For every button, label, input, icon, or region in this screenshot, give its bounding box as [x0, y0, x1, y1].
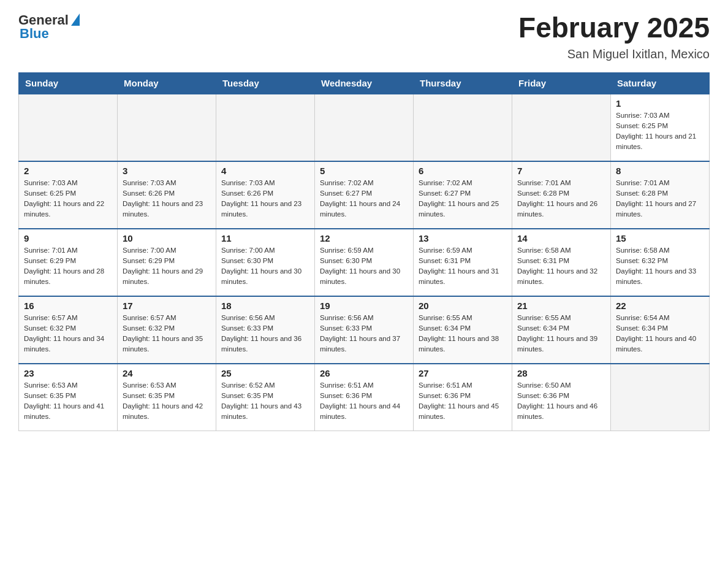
day-info: Sunrise: 7:01 AM Sunset: 6:29 PM Dayligh…: [24, 245, 112, 288]
day-info: Sunrise: 6:50 AM Sunset: 6:36 PM Dayligh…: [517, 380, 605, 423]
day-number: 14: [517, 233, 605, 243]
calendar-cell: 17Sunrise: 6:57 AM Sunset: 6:32 PM Dayli…: [118, 296, 216, 364]
day-number: 27: [419, 368, 507, 378]
day-info: Sunrise: 6:52 AM Sunset: 6:35 PM Dayligh…: [221, 380, 309, 423]
day-number: 20: [419, 301, 507, 311]
day-number: 8: [616, 166, 704, 176]
calendar-cell: [414, 94, 512, 161]
calendar-cell: [216, 94, 315, 161]
day-number: 9: [24, 233, 112, 243]
calendar-cell: 13Sunrise: 6:59 AM Sunset: 6:31 PM Dayli…: [414, 229, 512, 296]
day-number: 21: [517, 301, 605, 311]
day-number: 24: [123, 368, 211, 378]
calendar-cell: [315, 94, 414, 161]
calendar-cell: [118, 94, 216, 161]
day-number: 6: [419, 166, 507, 176]
calendar-cell: 11Sunrise: 7:00 AM Sunset: 6:30 PM Dayli…: [216, 229, 315, 296]
calendar-cell: [512, 94, 611, 161]
day-info: Sunrise: 7:03 AM Sunset: 6:26 PM Dayligh…: [123, 178, 211, 220]
day-number: 25: [221, 368, 309, 378]
day-header-thursday: Thursday: [414, 72, 512, 94]
day-info: Sunrise: 7:02 AM Sunset: 6:27 PM Dayligh…: [419, 178, 507, 220]
day-info: Sunrise: 7:00 AM Sunset: 6:30 PM Dayligh…: [221, 245, 309, 288]
day-header-wednesday: Wednesday: [315, 72, 414, 94]
calendar-cell: 25Sunrise: 6:52 AM Sunset: 6:35 PM Dayli…: [216, 364, 315, 431]
day-number: 5: [320, 166, 408, 176]
logo-triangle-icon: [71, 13, 80, 26]
day-number: 15: [616, 233, 704, 243]
day-number: 28: [517, 368, 605, 378]
week-row-2: 2Sunrise: 7:03 AM Sunset: 6:25 PM Daylig…: [19, 161, 710, 229]
day-info: Sunrise: 6:51 AM Sunset: 6:36 PM Dayligh…: [419, 380, 507, 423]
calendar-cell: 18Sunrise: 6:56 AM Sunset: 6:33 PM Dayli…: [216, 296, 315, 364]
day-info: Sunrise: 7:02 AM Sunset: 6:27 PM Dayligh…: [320, 178, 408, 220]
day-info: Sunrise: 6:51 AM Sunset: 6:36 PM Dayligh…: [320, 380, 408, 423]
week-row-5: 23Sunrise: 6:53 AM Sunset: 6:35 PM Dayli…: [19, 364, 710, 431]
day-header-tuesday: Tuesday: [216, 72, 315, 94]
day-number: 7: [517, 166, 605, 176]
title-block: February 2025 San Miguel Ixitlan, Mexico: [518, 12, 710, 61]
calendar-cell: 19Sunrise: 6:56 AM Sunset: 6:33 PM Dayli…: [315, 296, 414, 364]
day-info: Sunrise: 7:03 AM Sunset: 6:26 PM Dayligh…: [221, 178, 309, 220]
day-info: Sunrise: 6:56 AM Sunset: 6:33 PM Dayligh…: [221, 313, 309, 355]
calendar-cell: 23Sunrise: 6:53 AM Sunset: 6:35 PM Dayli…: [19, 364, 118, 431]
calendar-cell: [19, 94, 118, 161]
calendar-cell: 6Sunrise: 7:02 AM Sunset: 6:27 PM Daylig…: [414, 161, 512, 229]
calendar-cell: 28Sunrise: 6:50 AM Sunset: 6:36 PM Dayli…: [512, 364, 611, 431]
week-row-3: 9Sunrise: 7:01 AM Sunset: 6:29 PM Daylig…: [19, 229, 710, 296]
month-title: February 2025: [518, 12, 710, 44]
day-header-saturday: Saturday: [611, 72, 710, 94]
page-header: General Blue February 2025 San Miguel Ix…: [18, 12, 710, 61]
day-info: Sunrise: 7:01 AM Sunset: 6:28 PM Dayligh…: [616, 178, 704, 220]
day-info: Sunrise: 6:55 AM Sunset: 6:34 PM Dayligh…: [517, 313, 605, 355]
day-info: Sunrise: 6:58 AM Sunset: 6:31 PM Dayligh…: [517, 245, 605, 288]
day-number: 19: [320, 301, 408, 311]
day-info: Sunrise: 6:59 AM Sunset: 6:31 PM Dayligh…: [419, 245, 507, 288]
day-number: 4: [221, 166, 309, 176]
day-number: 3: [123, 166, 211, 176]
calendar-cell: 10Sunrise: 7:00 AM Sunset: 6:29 PM Dayli…: [118, 229, 216, 296]
day-header-sunday: Sunday: [19, 72, 118, 94]
day-number: 2: [24, 166, 112, 176]
calendar-table: SundayMondayTuesdayWednesdayThursdayFrid…: [18, 72, 710, 432]
week-row-4: 16Sunrise: 6:57 AM Sunset: 6:32 PM Dayli…: [19, 296, 710, 364]
calendar-cell: 7Sunrise: 7:01 AM Sunset: 6:28 PM Daylig…: [512, 161, 611, 229]
day-number: 18: [221, 301, 309, 311]
day-info: Sunrise: 6:59 AM Sunset: 6:30 PM Dayligh…: [320, 245, 408, 288]
day-info: Sunrise: 6:57 AM Sunset: 6:32 PM Dayligh…: [123, 313, 211, 355]
calendar-cell: 20Sunrise: 6:55 AM Sunset: 6:34 PM Dayli…: [414, 296, 512, 364]
day-number: 11: [221, 233, 309, 243]
day-info: Sunrise: 6:53 AM Sunset: 6:35 PM Dayligh…: [24, 380, 112, 423]
day-number: 10: [123, 233, 211, 243]
calendar-cell: 26Sunrise: 6:51 AM Sunset: 6:36 PM Dayli…: [315, 364, 414, 431]
calendar-cell: 21Sunrise: 6:55 AM Sunset: 6:34 PM Dayli…: [512, 296, 611, 364]
day-number: 17: [123, 301, 211, 311]
logo: General Blue: [18, 12, 80, 42]
day-number: 26: [320, 368, 408, 378]
calendar-cell: 15Sunrise: 6:58 AM Sunset: 6:32 PM Dayli…: [611, 229, 710, 296]
location-title: San Miguel Ixitlan, Mexico: [518, 47, 710, 61]
day-info: Sunrise: 7:03 AM Sunset: 6:25 PM Dayligh…: [24, 178, 112, 220]
calendar-cell: 4Sunrise: 7:03 AM Sunset: 6:26 PM Daylig…: [216, 161, 315, 229]
calendar-cell: [611, 364, 710, 431]
calendar-cell: 12Sunrise: 6:59 AM Sunset: 6:30 PM Dayli…: [315, 229, 414, 296]
calendar-cell: 24Sunrise: 6:53 AM Sunset: 6:35 PM Dayli…: [118, 364, 216, 431]
calendar-cell: 3Sunrise: 7:03 AM Sunset: 6:26 PM Daylig…: [118, 161, 216, 229]
day-info: Sunrise: 6:55 AM Sunset: 6:34 PM Dayligh…: [419, 313, 507, 355]
day-info: Sunrise: 7:03 AM Sunset: 6:25 PM Dayligh…: [616, 110, 704, 153]
day-info: Sunrise: 6:54 AM Sunset: 6:34 PM Dayligh…: [616, 313, 704, 355]
calendar-cell: 9Sunrise: 7:01 AM Sunset: 6:29 PM Daylig…: [19, 229, 118, 296]
day-info: Sunrise: 6:57 AM Sunset: 6:32 PM Dayligh…: [24, 313, 112, 355]
day-info: Sunrise: 6:58 AM Sunset: 6:32 PM Dayligh…: [616, 245, 704, 288]
calendar-cell: 5Sunrise: 7:02 AM Sunset: 6:27 PM Daylig…: [315, 161, 414, 229]
day-header-friday: Friday: [512, 72, 611, 94]
day-number: 22: [616, 301, 704, 311]
day-info: Sunrise: 6:53 AM Sunset: 6:35 PM Dayligh…: [123, 380, 211, 423]
day-info: Sunrise: 7:00 AM Sunset: 6:29 PM Dayligh…: [123, 245, 211, 288]
calendar-cell: 22Sunrise: 6:54 AM Sunset: 6:34 PM Dayli…: [611, 296, 710, 364]
calendar-cell: 8Sunrise: 7:01 AM Sunset: 6:28 PM Daylig…: [611, 161, 710, 229]
day-info: Sunrise: 7:01 AM Sunset: 6:28 PM Dayligh…: [517, 178, 605, 220]
day-header-monday: Monday: [118, 72, 216, 94]
day-number: 16: [24, 301, 112, 311]
calendar-cell: 27Sunrise: 6:51 AM Sunset: 6:36 PM Dayli…: [414, 364, 512, 431]
